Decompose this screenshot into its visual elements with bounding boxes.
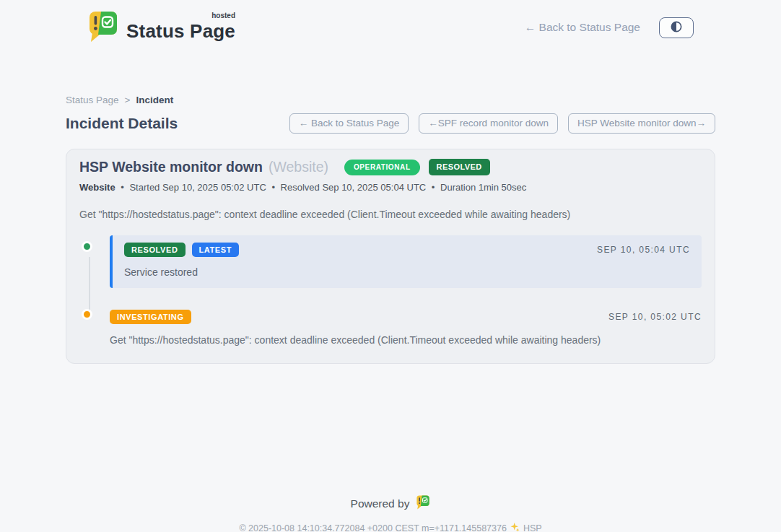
timeline-entry-resolved: RESOLVED LATEST SEP 10, 05:04 UTC Servic…	[79, 235, 702, 288]
powered-by: Powered by	[66, 494, 715, 513]
brand-logo-icon	[87, 9, 119, 45]
prev-incident-button[interactable]: ←SPF record monitor down	[419, 113, 558, 134]
timeline-resolved-badge: RESOLVED	[124, 243, 186, 257]
timeline-investigating-badge: INVESTIGATING	[110, 310, 191, 324]
brand-name: Status Page	[126, 20, 235, 42]
timeline-message: Service restored	[124, 266, 690, 278]
heading-row: Incident Details ← Back to Status Page ←…	[66, 113, 715, 134]
theme-toggle-button[interactable]	[659, 17, 694, 38]
incident-meta: Website • Started Sep 10, 2025 05:02 UTC…	[79, 182, 702, 193]
brand-tag: hosted	[211, 12, 235, 19]
incident-title-row: HSP Website monitor down (Website) OPERA…	[79, 159, 702, 175]
theme-toggle-icon	[670, 20, 683, 35]
incident-title: HSP Website monitor down	[79, 159, 263, 175]
incident-nav-buttons: ← Back to Status Page ←SPF record monito…	[289, 113, 715, 134]
brand[interactable]: Status Page hosted	[87, 9, 235, 45]
powered-by-label: Powered by	[351, 497, 410, 510]
main-content: Status Page > Incident Incident Details …	[66, 95, 715, 532]
timeline-highlight-box: RESOLVED LATEST SEP 10, 05:04 UTC Servic…	[110, 235, 702, 288]
copyright-line: © 2025-10-08 14:10:34.772084 +0200 CEST …	[66, 523, 715, 532]
page-title: Incident Details	[66, 115, 178, 132]
sparkle-icon	[510, 523, 520, 532]
next-incident-button[interactable]: HSP Website monitor down→	[568, 113, 715, 134]
incident-card: HSP Website monitor down (Website) OPERA…	[66, 149, 715, 364]
meta-resolved: Resolved Sep 10, 2025 05:04 UTC	[281, 182, 427, 193]
meta-duration: Duration 1min 50sec	[440, 182, 526, 193]
footer: Powered by © 2025-10-08 14:10:34.772084 …	[66, 494, 715, 532]
timeline-entry-header: INVESTIGATING SEP 10, 05:02 UTC	[110, 310, 702, 324]
breadcrumb: Status Page > Incident	[66, 95, 715, 105]
incident-component: (Website)	[269, 159, 328, 175]
header-back-link[interactable]: ← Back to Status Page	[525, 21, 640, 34]
incident-timeline: RESOLVED LATEST SEP 10, 05:04 UTC Servic…	[79, 235, 702, 346]
brand-wordmark: Status Page hosted	[126, 12, 235, 43]
timeline-timestamp: SEP 10, 05:02 UTC	[608, 312, 702, 322]
timeline-entry-header: RESOLVED LATEST SEP 10, 05:04 UTC	[124, 243, 690, 257]
timeline-timestamp: SEP 10, 05:04 UTC	[597, 245, 690, 255]
meta-component: Website	[79, 182, 115, 193]
breadcrumb-separator: >	[125, 95, 131, 105]
header-actions: ← Back to Status Page	[525, 17, 694, 38]
back-to-status-page-button[interactable]: ← Back to Status Page	[289, 113, 409, 134]
breadcrumb-status-page[interactable]: Status Page	[66, 95, 119, 105]
incident-description: Get "https://hostedstatus.page": context…	[79, 209, 702, 220]
timeline-message: Get "https://hostedstatus.page": context…	[110, 334, 702, 346]
meta-separator: •	[432, 182, 435, 193]
timeline-dot-green	[82, 241, 92, 252]
header: Status Page hosted ← Back to Status Page	[66, 0, 715, 45]
breadcrumb-incident: Incident	[136, 95, 173, 105]
timeline-badges: RESOLVED LATEST	[124, 243, 239, 257]
timeline-badges: INVESTIGATING	[110, 310, 191, 324]
powered-by-logo-icon	[416, 494, 430, 513]
operational-badge: OPERATIONAL	[344, 160, 420, 175]
meta-started: Started Sep 10, 2025 05:02 UTC	[129, 182, 266, 193]
resolved-badge: RESOLVED	[429, 159, 490, 175]
timeline-dot-orange	[82, 309, 92, 320]
timeline-entry-investigating: INVESTIGATING SEP 10, 05:02 UTC Get "htt…	[79, 310, 702, 346]
meta-separator: •	[121, 182, 124, 193]
copyright-brand: HSP	[523, 523, 542, 532]
meta-separator: •	[271, 182, 275, 193]
copyright-text: © 2025-10-08 14:10:34.772084 +0200 CEST …	[239, 523, 507, 532]
timeline-latest-badge: LATEST	[192, 243, 240, 257]
